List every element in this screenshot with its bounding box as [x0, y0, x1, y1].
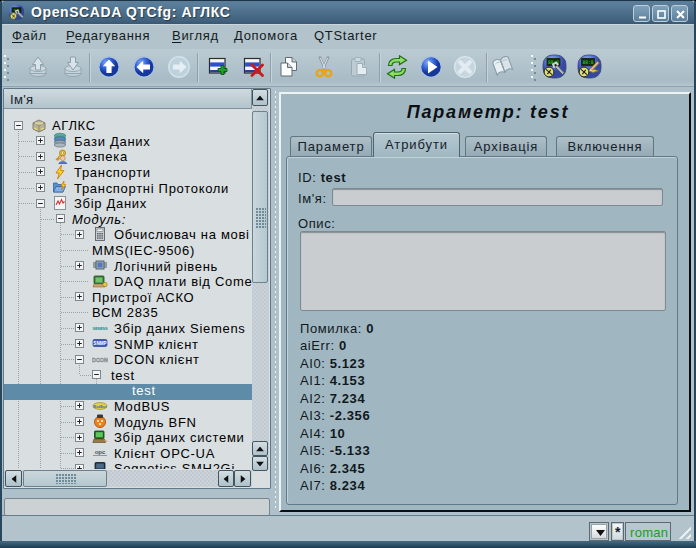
svg-text:SIEMENS: SIEMENS — [93, 326, 108, 330]
svg-text:opc: opc — [95, 450, 106, 456]
svg-text:SNMP: SNMP — [93, 341, 106, 346]
svg-text:88:8: 88:8 — [582, 60, 593, 65]
svg-text:DCON: DCON — [92, 356, 108, 362]
svg-text:ModBus: ModBus — [93, 404, 106, 408]
